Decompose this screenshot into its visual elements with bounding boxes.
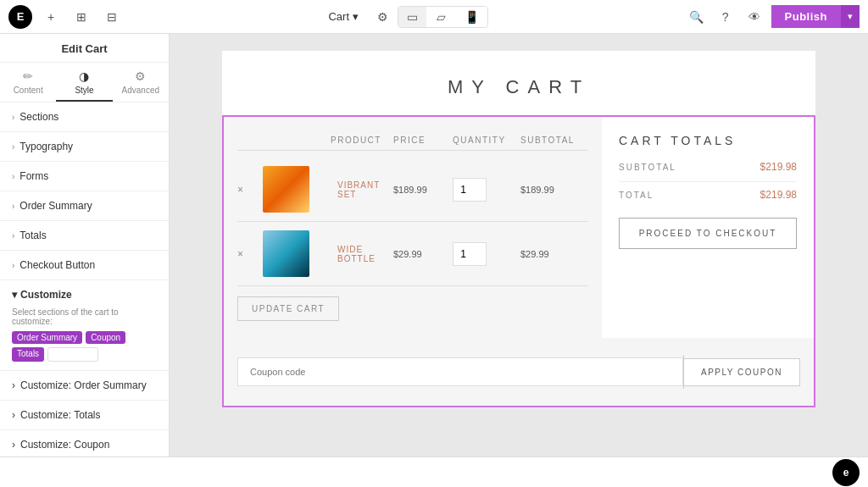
coupon-section: APPLY COUPON	[224, 338, 814, 406]
quantity-input-2[interactable]	[453, 242, 487, 266]
add-element-button[interactable]: +	[39, 5, 63, 29]
coupon-input[interactable]	[237, 357, 683, 386]
cart-box: PRODUCT PRICE QUANTITY SUBTOTAL × VIBRAN…	[222, 115, 815, 407]
content-icon: ✏	[23, 69, 33, 83]
style-icon: ◑	[79, 69, 89, 83]
publish-dropdown-button[interactable]: ▾	[841, 5, 860, 28]
settings-button[interactable]: ⚙	[370, 5, 394, 29]
arrow-icon: ›	[12, 231, 14, 241]
canvas: MY CART PRODUCT PRICE QUANTITY SUBTOTAL	[170, 34, 868, 457]
total-row: TOTAL $219.98	[619, 189, 797, 201]
tab-content[interactable]: ✏ Content	[0, 63, 56, 102]
totals-divider	[619, 181, 797, 182]
mobile-button[interactable]: 📱	[456, 7, 487, 27]
advanced-icon: ⚙	[135, 69, 146, 83]
product-name-1: VIBRANT SET	[331, 180, 393, 199]
elementor-icon: e	[843, 467, 849, 479]
product-image-1	[263, 166, 309, 213]
publish-button[interactable]: Publish	[771, 5, 841, 28]
tab-advanced[interactable]: ⚙ Advanced	[113, 63, 169, 102]
product-image-2	[263, 230, 309, 277]
topbar-left: E + ⊞ ⊟	[8, 5, 124, 29]
remove-item-2-button[interactable]: ×	[237, 248, 263, 260]
subtotal-row: SUBTOTAL $219.98	[619, 161, 797, 173]
remove-item-1-button[interactable]: ×	[237, 184, 263, 196]
arrow-icon: ›	[12, 379, 15, 391]
responsive-icon-button[interactable]: ⊞	[70, 5, 93, 29]
preview-button[interactable]: 👁	[743, 5, 766, 29]
cart-dropdown[interactable]: Cart ▾	[320, 7, 367, 26]
sidebar-title: Edit Cart	[0, 34, 169, 63]
cart-actions: UPDATE CART	[237, 286, 588, 324]
arrow-icon: ›	[12, 261, 14, 270]
sidebar-item-customize-coupon[interactable]: › Customize: Coupon	[0, 430, 169, 457]
sidebar-item-checkout-button[interactable]: › Checkout Button	[0, 251, 169, 280]
sidebar-item-typography[interactable]: › Typography	[0, 132, 169, 162]
table-row: × WIDE BOTTLE $29.99 $29.99	[237, 222, 588, 286]
cart-right: CART TOTALS SUBTOTAL $219.98 TOTAL $219.…	[602, 117, 814, 338]
sidebar-item-sections[interactable]: › Sections	[0, 102, 169, 132]
elementor-logo[interactable]: E	[8, 5, 32, 29]
total-label: TOTAL	[619, 191, 654, 200]
cart-page-title: MY CART	[222, 51, 815, 115]
customize-title[interactable]: ▾ Customize	[12, 289, 157, 301]
customize-section: ▾ Customize Select sections of the cart …	[0, 280, 169, 371]
cart-left: PRODUCT PRICE QUANTITY SUBTOTAL × VIBRAN…	[224, 117, 602, 338]
arrow-icon: ›	[12, 439, 15, 451]
cart-table-header: PRODUCT PRICE QUANTITY SUBTOTAL	[237, 130, 588, 151]
customize-description: Select sections of the cart to customize…	[12, 307, 157, 326]
arrow-icon: ›	[12, 113, 14, 122]
sidebar-item-forms[interactable]: › Forms	[0, 162, 169, 191]
sidebar-item-order-summary[interactable]: › Order Summary	[0, 191, 169, 221]
quantity-2[interactable]	[453, 242, 520, 266]
chevron-down-icon: ▾	[12, 289, 17, 301]
subtotal-2: $29.99	[520, 249, 588, 259]
customize-tags: Order Summary Coupon Totals	[12, 331, 157, 362]
topbar-center: Cart ▾ ⚙ ▭ ▱ 📱	[320, 5, 488, 29]
cart-inner: PRODUCT PRICE QUANTITY SUBTOTAL × VIBRAN…	[224, 117, 814, 338]
tag-order-summary[interactable]: Order Summary	[12, 331, 82, 344]
update-cart-button[interactable]: UPDATE CART	[237, 296, 339, 321]
elementor-fab-button[interactable]: e	[832, 459, 860, 486]
arrow-icon: ›	[12, 142, 14, 152]
device-switcher: ▭ ▱ 📱	[398, 6, 488, 28]
sidebar-item-totals[interactable]: › Totals	[0, 221, 169, 251]
product-price-2: $29.99	[393, 249, 453, 259]
topbar: E + ⊞ ⊟ Cart ▾ ⚙ ▭ ▱ 📱 🔍 ? 👁 Publish ▾	[0, 0, 868, 34]
sidebar-tabs: ✏ Content ◑ Style ⚙ Advanced	[0, 63, 169, 102]
subtotal-label: SUBTOTAL	[619, 163, 676, 172]
table-row: × VIBRANT SET $189.99 $189.99	[237, 158, 588, 222]
customize-tag-input[interactable]	[47, 347, 98, 362]
publish-group: Publish ▾	[771, 5, 860, 28]
total-value: $219.98	[760, 189, 797, 201]
page-content: MY CART PRODUCT PRICE QUANTITY SUBTOTAL	[222, 51, 815, 407]
subtotal-1: $189.99	[520, 185, 588, 195]
sidebar: Edit Cart ✏ Content ◑ Style ⚙ Advanced ›…	[0, 34, 170, 457]
tag-coupon[interactable]: Coupon	[86, 331, 125, 344]
tablet-button[interactable]: ▱	[428, 7, 454, 27]
help-button[interactable]: ?	[714, 5, 737, 29]
subtotal-value: $219.98	[760, 161, 797, 173]
product-price-1: $189.99	[393, 185, 453, 195]
topbar-right: 🔍 ? 👁 Publish ▾	[685, 5, 860, 29]
layers-icon-button[interactable]: ⊟	[100, 5, 124, 29]
tab-style[interactable]: ◑ Style	[56, 63, 112, 102]
search-button[interactable]: 🔍	[685, 5, 709, 29]
main-area: Edit Cart ✏ Content ◑ Style ⚙ Advanced ›…	[0, 34, 868, 457]
sidebar-item-customize-totals[interactable]: › Customize: Totals	[0, 401, 169, 430]
quantity-input-1[interactable]	[453, 178, 487, 202]
arrow-icon: ›	[12, 202, 14, 211]
arrow-icon: ›	[12, 409, 15, 421]
bottom-bar: e	[0, 457, 868, 487]
quantity-1[interactable]	[453, 178, 520, 202]
product-name-2: WIDE BOTTLE	[331, 245, 393, 263]
proceed-to-checkout-button[interactable]: PROCEED TO CHECKOUT	[619, 218, 797, 249]
cart-totals-title: CART TOTALS	[619, 134, 797, 147]
sidebar-item-customize-order-summary[interactable]: › Customize: Order Summary	[0, 371, 169, 401]
tag-totals[interactable]: Totals	[12, 347, 44, 362]
apply-coupon-button[interactable]: APPLY COUPON	[684, 358, 800, 386]
desktop-button[interactable]: ▭	[398, 7, 426, 27]
arrow-icon: ›	[12, 172, 14, 181]
chevron-down-icon: ▾	[353, 10, 359, 23]
